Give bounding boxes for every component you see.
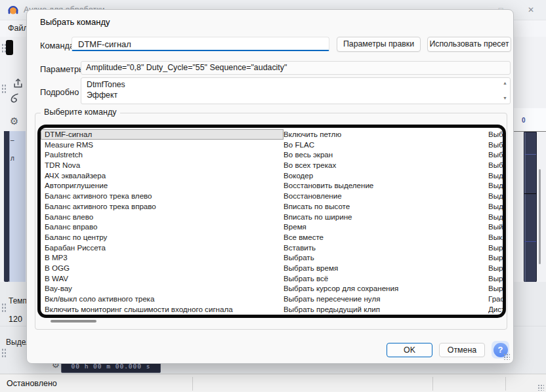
- close-button[interactable]: ✕: [516, 0, 546, 20]
- command-cell: Выде: [488, 212, 503, 222]
- toolbar-drag-handle[interactable]: [1, 348, 6, 359]
- command-cell: В OGG: [41, 263, 284, 273]
- command-cell: АЧХ эквалайзера: [41, 170, 284, 181]
- timeline-strip[interactable]: 0: [513, 108, 546, 132]
- share-audio-button[interactable]: [12, 78, 24, 89]
- command-row[interactable]: Measure RMSВо FLACВыбр: [41, 140, 503, 150]
- clip-line: [524, 154, 536, 155]
- command-cell: Выбрать время: [284, 263, 488, 273]
- clip-line: [524, 241, 536, 242]
- command-cell: Выбр: [488, 149, 503, 160]
- command-cell: Выбрать предыдущий клип: [284, 304, 488, 315]
- command-cell: Во FLAC: [284, 140, 488, 150]
- command-cell: Вписать по высоте: [284, 201, 488, 212]
- annotation-border: DTMF-сигналВключить петлюВыбрMeasure RMS…: [37, 125, 506, 318]
- command-row[interactable]: АЧХ эквалайзераВокодерВыде: [41, 170, 503, 181]
- command-row[interactable]: Баланс активного трека влевоВосстановлен…: [41, 191, 503, 201]
- toolbar-drag-handle[interactable]: [1, 84, 6, 94]
- command-cell: Выбрать пересечение нуля: [284, 294, 488, 304]
- draw-tool-button[interactable]: [9, 92, 21, 104]
- command-cell: Вписать по ширине: [284, 212, 488, 222]
- command-cell: Выде: [488, 191, 503, 201]
- command-row[interactable]: В MP3ВыбратьВыре: [41, 252, 503, 263]
- command-cell: Вау-вау: [41, 283, 284, 294]
- command-row[interactable]: Вау-вауВыбрать курсор для сохраненияВыре: [41, 283, 503, 294]
- command-cell: Вставить: [284, 243, 488, 253]
- command-cell: В MP3: [41, 252, 284, 263]
- settings-gear-button[interactable]: ⚙: [10, 115, 22, 127]
- details-line: DtmfTones: [87, 80, 497, 90]
- ok-button[interactable]: OK: [387, 343, 432, 357]
- command-cell: TDR Nova: [41, 160, 284, 170]
- details-scroll-down[interactable]: ▼: [503, 96, 507, 101]
- tempo-value[interactable]: 120: [9, 315, 22, 324]
- command-input[interactable]: DTMF-сигнал: [72, 37, 329, 51]
- command-cell: Баланс активного трека вправо: [41, 201, 284, 212]
- toolbar-drag-handle[interactable]: [1, 303, 6, 313]
- command-cell: Дист: [488, 304, 503, 315]
- command-row[interactable]: PaulstretchВо весь экранВыбр: [41, 149, 503, 160]
- right-track-strip[interactable]: [524, 132, 537, 283]
- edit-parameters-button[interactable]: Параметры правки: [337, 37, 421, 52]
- command-cell: Время: [284, 222, 488, 232]
- right-scrollbar[interactable]: [539, 169, 541, 264]
- ruler-char: л: [10, 155, 14, 162]
- command-row[interactable]: В WAVВыбрать всёВыре: [41, 273, 503, 284]
- choose-command-legend: Выберите команду: [41, 108, 120, 117]
- details-scroll-up[interactable]: ▲: [503, 81, 507, 86]
- command-cell: Баланс по центру: [41, 232, 284, 243]
- command-cell: Барабан Риссета: [41, 243, 284, 253]
- command-cell: Включить петлю: [284, 129, 488, 140]
- list-h-scrollbar[interactable]: [51, 320, 96, 323]
- command-cell: Восстановление: [284, 191, 488, 201]
- command-cell: Вкл/выкл соло активного трека: [41, 294, 284, 304]
- command-row[interactable]: Баланс вправоВремяВыйт: [41, 222, 503, 232]
- details-line: Эффект: [87, 90, 497, 101]
- status-divider: [192, 377, 193, 391]
- status-text: Остановлено: [7, 379, 57, 388]
- command-cell: Во всех треках: [284, 160, 488, 170]
- toolbar-drag-handle[interactable]: [1, 43, 6, 54]
- cancel-button[interactable]: Отмена: [439, 343, 485, 357]
- command-row[interactable]: АвтоприглушениеВосстановить выделениеВыд…: [41, 180, 503, 191]
- command-cell: Выбр: [488, 160, 503, 170]
- window-resize-grip[interactable]: [537, 384, 544, 391]
- command-row[interactable]: Включить мониторинг слышимости входного …: [41, 304, 503, 315]
- command-row[interactable]: Баланс активного трека вправоВписать по …: [41, 201, 503, 212]
- parameters-field[interactable]: Amplitude="0,8" Duty_Cycle="55" Sequence…: [81, 61, 511, 75]
- command-cell: Выбр: [488, 129, 503, 140]
- command-cell: Paulstretch: [41, 149, 284, 160]
- command-row[interactable]: Баланс по центруВсе вместеВыкл: [41, 232, 503, 243]
- command-label: Команда: [40, 41, 74, 50]
- command-cell: Выбр: [488, 140, 503, 150]
- command-cell: Measure RMS: [41, 140, 284, 150]
- dialog-title: Выбрать команду: [40, 17, 110, 27]
- command-row[interactable]: TDR NovaВо всех трекахВыбр: [41, 160, 503, 170]
- dialog-resize-grip[interactable]: [503, 353, 510, 360]
- command-cell: Выре: [488, 252, 503, 263]
- command-row[interactable]: Вкл/выкл соло активного трекаВыбрать пер…: [41, 294, 503, 304]
- command-cell: DTMF-сигнал: [41, 129, 284, 140]
- command-row[interactable]: DTMF-сигналВключить петлюВыбр: [41, 129, 503, 140]
- command-cell: Восстановить выделение: [284, 180, 488, 191]
- transport-button-fragment[interactable]: [6, 40, 13, 55]
- command-row[interactable]: В OGGВыбрать времяВыре: [41, 263, 503, 273]
- left-vertical-ruler[interactable]: – л: [9, 131, 26, 282]
- parameters-label: Параметры: [40, 64, 85, 74]
- command-cell: Баланс вправо: [41, 222, 284, 232]
- command-row[interactable]: Баланс влевоВписать по ширинеВыде: [41, 212, 503, 222]
- audacity-logo-icon: [7, 4, 19, 16]
- command-cell: Баланс активного трека влево: [41, 191, 284, 201]
- command-cell: Выбрать курсор для сохранения: [284, 283, 488, 294]
- status-bar: Остановлено: [0, 374, 546, 392]
- left-track-strip[interactable]: [4, 131, 9, 282]
- command-cell: Баланс влево: [41, 212, 284, 222]
- command-cell: Вокодер: [284, 170, 488, 181]
- command-row[interactable]: Барабан РиссетаВставитьВыре: [41, 243, 503, 253]
- ruler-char: –: [10, 136, 14, 144]
- command-list[interactable]: DTMF-сигналВключить петлюВыбрMeasure RMS…: [41, 128, 503, 315]
- details-box[interactable]: DtmfTones Эффект ▲ ▼: [81, 77, 511, 104]
- use-preset-button[interactable]: Использовать пресет: [427, 37, 511, 52]
- command-cell: Выкл: [488, 232, 503, 243]
- clip-line: [524, 193, 536, 194]
